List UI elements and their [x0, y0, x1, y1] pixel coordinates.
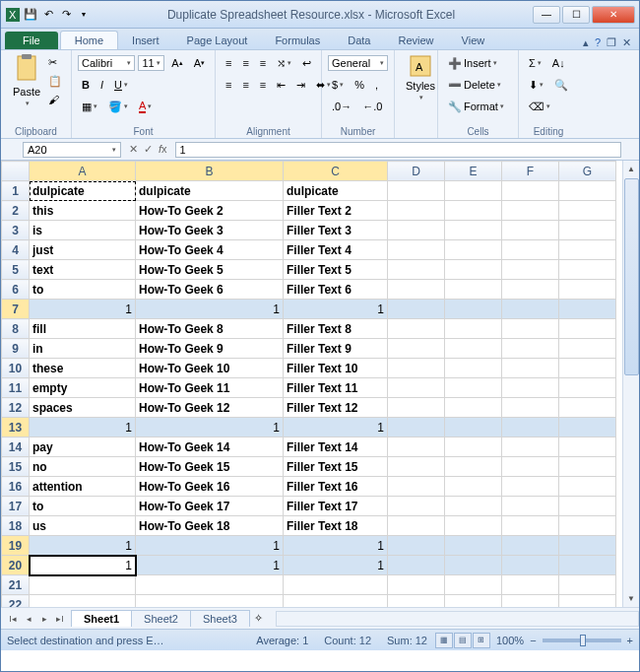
row-header-16[interactable]: 16	[2, 477, 30, 497]
cell-G22[interactable]	[559, 595, 616, 608]
row-header-3[interactable]: 3	[2, 221, 30, 240]
zoom-out-icon[interactable]: −	[530, 635, 536, 646]
cell-G14[interactable]	[559, 437, 616, 457]
zoom-in-icon[interactable]: +	[627, 635, 633, 646]
cell-C7[interactable]: 1	[284, 300, 388, 319]
cell-B17[interactable]: How-To Geek 17	[136, 497, 284, 516]
cell-E21[interactable]	[445, 575, 502, 595]
cell-F22[interactable]	[502, 595, 559, 608]
clear-icon[interactable]: ⌫▾	[525, 99, 554, 115]
cell-C19[interactable]: 1	[284, 536, 388, 556]
format-painter-icon[interactable]: 🖌	[44, 92, 66, 107]
cell-G16[interactable]	[559, 477, 616, 497]
cell-E3[interactable]	[445, 221, 502, 240]
cell-D11[interactable]	[388, 378, 445, 398]
fill-color-icon[interactable]: 🪣▾	[104, 99, 132, 115]
cell-A9[interactable]: in	[30, 339, 136, 359]
fx-icon[interactable]: fx	[159, 143, 167, 156]
minimize-button[interactable]: —	[533, 6, 560, 24]
cell-A7[interactable]: 1	[30, 300, 136, 319]
cell-D2[interactable]	[388, 201, 445, 221]
view-page-layout-icon[interactable]: ▤	[454, 633, 472, 648]
qat-more-icon[interactable]: ▼	[76, 7, 92, 23]
cell-D5[interactable]	[388, 260, 445, 280]
select-all-corner[interactable]	[2, 162, 30, 181]
maximize-button[interactable]: ☐	[562, 6, 590, 24]
cell-C1[interactable]: dulpicate	[284, 181, 388, 201]
cell-E11[interactable]	[445, 378, 502, 398]
view-normal-icon[interactable]: ▦	[435, 633, 453, 648]
row-header-2[interactable]: 2	[2, 201, 30, 221]
cell-B18[interactable]: How-To Geek 18	[136, 516, 284, 536]
cell-G12[interactable]	[559, 398, 616, 418]
row-header-9[interactable]: 9	[2, 339, 30, 359]
cell-G4[interactable]	[559, 240, 616, 260]
find-select-icon[interactable]: 🔍	[550, 77, 572, 94]
cell-B10[interactable]: How-To Geek 10	[136, 359, 284, 378]
close-button[interactable]: ✕	[592, 6, 635, 24]
borders-icon[interactable]: ▦▾	[78, 99, 101, 115]
cell-G11[interactable]	[559, 378, 616, 398]
cell-A8[interactable]: fill	[30, 319, 136, 339]
font-name-combo[interactable]	[82, 57, 125, 69]
cell-F5[interactable]	[502, 260, 559, 280]
row-header-19[interactable]: 19	[2, 536, 30, 556]
cell-B6[interactable]: How-To Geek 6	[136, 280, 284, 300]
cell-B20[interactable]: 1	[136, 556, 284, 575]
cell-A19[interactable]: 1	[30, 536, 136, 556]
cell-G20[interactable]	[559, 556, 616, 575]
view-page-break-icon[interactable]: ⊞	[473, 633, 490, 648]
cell-E17[interactable]	[445, 497, 502, 516]
cell-E22[interactable]	[445, 595, 502, 608]
orientation-icon[interactable]: ⤭▾	[273, 55, 295, 72]
cell-B8[interactable]: How-To Geek 8	[136, 319, 284, 339]
accounting-format-icon[interactable]: $▾	[328, 77, 348, 93]
tab-home[interactable]: Home	[60, 31, 118, 49]
decrease-indent-icon[interactable]: ⇤	[273, 77, 289, 94]
cell-F1[interactable]	[502, 181, 559, 201]
cell-F21[interactable]	[502, 575, 559, 595]
cancel-formula-icon[interactable]: ✕	[129, 143, 138, 156]
bold-button[interactable]: B	[78, 77, 94, 93]
cell-E14[interactable]	[445, 437, 502, 457]
cell-G21[interactable]	[559, 575, 616, 595]
row-header-12[interactable]: 12	[2, 398, 30, 418]
delete-cells-button[interactable]: ➖Delete▾	[444, 77, 505, 94]
cell-D10[interactable]	[388, 359, 445, 378]
window-restore-icon[interactable]: ❐	[607, 36, 616, 49]
cell-D22[interactable]	[388, 595, 445, 608]
column-header-B[interactable]: B	[136, 162, 284, 181]
cell-E4[interactable]	[445, 240, 502, 260]
cell-G18[interactable]	[559, 516, 616, 536]
cell-D15[interactable]	[388, 457, 445, 477]
cell-C14[interactable]: Filler Text 14	[284, 437, 388, 457]
number-format-combo[interactable]	[332, 57, 378, 69]
row-header-6[interactable]: 6	[2, 280, 30, 300]
cell-E2[interactable]	[445, 201, 502, 221]
cell-B14[interactable]: How-To Geek 14	[136, 437, 284, 457]
row-header-20[interactable]: 20	[2, 556, 30, 575]
increase-indent-icon[interactable]: ⇥	[292, 77, 309, 94]
cell-E6[interactable]	[445, 280, 502, 300]
cell-E5[interactable]	[445, 260, 502, 280]
cell-E12[interactable]	[445, 398, 502, 418]
cell-E7[interactable]	[445, 300, 502, 319]
cell-G3[interactable]	[559, 221, 616, 240]
cell-A5[interactable]: text	[30, 260, 136, 280]
scroll-up-icon[interactable]: ▲	[623, 161, 639, 177]
sheet-tab-Sheet1[interactable]: Sheet1	[71, 610, 132, 627]
comma-icon[interactable]: ,	[371, 77, 382, 93]
cell-B3[interactable]: How-To Geek 3	[136, 221, 284, 240]
cell-F17[interactable]	[502, 497, 559, 516]
cell-A10[interactable]: these	[30, 359, 136, 378]
cell-C21[interactable]	[284, 575, 388, 595]
row-header-15[interactable]: 15	[2, 457, 30, 477]
cell-G10[interactable]	[559, 359, 616, 378]
tab-nav-last-icon[interactable]: ▸I	[52, 614, 68, 624]
new-sheet-icon[interactable]: ✧	[250, 612, 268, 625]
help-icon[interactable]: ?	[595, 36, 601, 49]
formula-bar[interactable]: 1	[175, 142, 621, 158]
cell-B5[interactable]: How-To Geek 5	[136, 260, 284, 280]
font-size-combo[interactable]	[142, 57, 155, 69]
cell-D6[interactable]	[388, 280, 445, 300]
